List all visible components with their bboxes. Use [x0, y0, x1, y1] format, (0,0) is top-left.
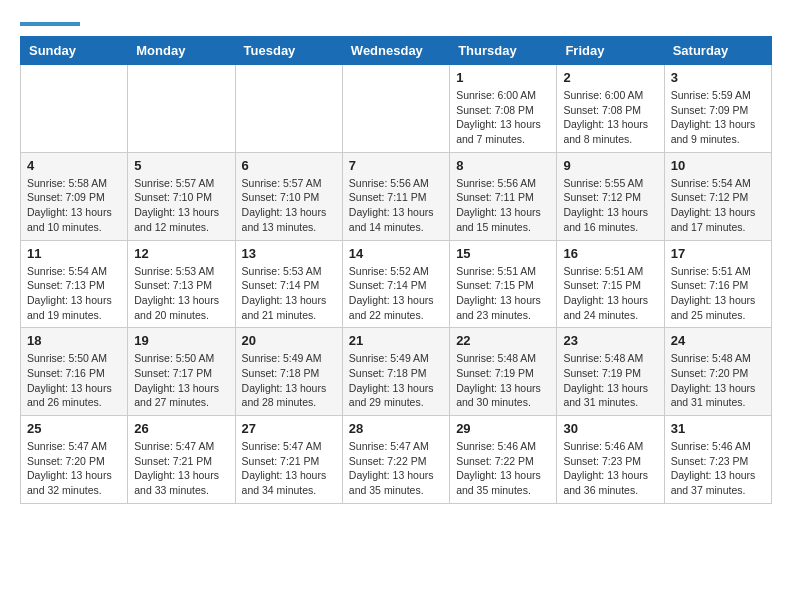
day-number: 29 [456, 421, 550, 436]
day-info: Sunrise: 5:51 AM Sunset: 7:15 PM Dayligh… [456, 264, 550, 323]
day-info: Sunrise: 5:53 AM Sunset: 7:13 PM Dayligh… [134, 264, 228, 323]
day-info: Sunrise: 5:48 AM Sunset: 7:19 PM Dayligh… [563, 351, 657, 410]
day-number: 18 [27, 333, 121, 348]
calendar-day-1: 1Sunrise: 6:00 AM Sunset: 7:08 PM Daylig… [450, 65, 557, 153]
day-info: Sunrise: 5:47 AM Sunset: 7:22 PM Dayligh… [349, 439, 443, 498]
calendar-day-25: 25Sunrise: 5:47 AM Sunset: 7:20 PM Dayli… [21, 416, 128, 504]
day-info: Sunrise: 6:00 AM Sunset: 7:08 PM Dayligh… [456, 88, 550, 147]
weekday-header-saturday: Saturday [664, 37, 771, 65]
day-number: 20 [242, 333, 336, 348]
calendar-week-row: 11Sunrise: 5:54 AM Sunset: 7:13 PM Dayli… [21, 240, 772, 328]
day-info: Sunrise: 5:59 AM Sunset: 7:09 PM Dayligh… [671, 88, 765, 147]
calendar-day-2: 2Sunrise: 6:00 AM Sunset: 7:08 PM Daylig… [557, 65, 664, 153]
calendar-day-9: 9Sunrise: 5:55 AM Sunset: 7:12 PM Daylig… [557, 152, 664, 240]
day-number: 22 [456, 333, 550, 348]
day-info: Sunrise: 5:53 AM Sunset: 7:14 PM Dayligh… [242, 264, 336, 323]
weekday-header-row: SundayMondayTuesdayWednesdayThursdayFrid… [21, 37, 772, 65]
day-number: 7 [349, 158, 443, 173]
day-info: Sunrise: 5:56 AM Sunset: 7:11 PM Dayligh… [349, 176, 443, 235]
day-info: Sunrise: 5:54 AM Sunset: 7:12 PM Dayligh… [671, 176, 765, 235]
day-info: Sunrise: 5:48 AM Sunset: 7:20 PM Dayligh… [671, 351, 765, 410]
calendar-day-5: 5Sunrise: 5:57 AM Sunset: 7:10 PM Daylig… [128, 152, 235, 240]
calendar-day-10: 10Sunrise: 5:54 AM Sunset: 7:12 PM Dayli… [664, 152, 771, 240]
day-info: Sunrise: 6:00 AM Sunset: 7:08 PM Dayligh… [563, 88, 657, 147]
day-info: Sunrise: 5:57 AM Sunset: 7:10 PM Dayligh… [242, 176, 336, 235]
day-number: 31 [671, 421, 765, 436]
calendar-empty-cell [21, 65, 128, 153]
day-info: Sunrise: 5:50 AM Sunset: 7:17 PM Dayligh… [134, 351, 228, 410]
calendar-day-16: 16Sunrise: 5:51 AM Sunset: 7:15 PM Dayli… [557, 240, 664, 328]
calendar-day-30: 30Sunrise: 5:46 AM Sunset: 7:23 PM Dayli… [557, 416, 664, 504]
day-number: 25 [27, 421, 121, 436]
calendar-day-7: 7Sunrise: 5:56 AM Sunset: 7:11 PM Daylig… [342, 152, 449, 240]
weekday-header-wednesday: Wednesday [342, 37, 449, 65]
calendar-day-3: 3Sunrise: 5:59 AM Sunset: 7:09 PM Daylig… [664, 65, 771, 153]
day-info: Sunrise: 5:51 AM Sunset: 7:16 PM Dayligh… [671, 264, 765, 323]
day-info: Sunrise: 5:56 AM Sunset: 7:11 PM Dayligh… [456, 176, 550, 235]
logo [20, 20, 80, 26]
day-info: Sunrise: 5:54 AM Sunset: 7:13 PM Dayligh… [27, 264, 121, 323]
calendar-day-11: 11Sunrise: 5:54 AM Sunset: 7:13 PM Dayli… [21, 240, 128, 328]
day-number: 9 [563, 158, 657, 173]
calendar-table: SundayMondayTuesdayWednesdayThursdayFrid… [20, 36, 772, 504]
day-number: 13 [242, 246, 336, 261]
weekday-header-monday: Monday [128, 37, 235, 65]
calendar-day-17: 17Sunrise: 5:51 AM Sunset: 7:16 PM Dayli… [664, 240, 771, 328]
calendar-day-20: 20Sunrise: 5:49 AM Sunset: 7:18 PM Dayli… [235, 328, 342, 416]
day-info: Sunrise: 5:51 AM Sunset: 7:15 PM Dayligh… [563, 264, 657, 323]
weekday-header-tuesday: Tuesday [235, 37, 342, 65]
day-number: 17 [671, 246, 765, 261]
day-info: Sunrise: 5:57 AM Sunset: 7:10 PM Dayligh… [134, 176, 228, 235]
day-number: 28 [349, 421, 443, 436]
day-info: Sunrise: 5:46 AM Sunset: 7:23 PM Dayligh… [671, 439, 765, 498]
calendar-day-8: 8Sunrise: 5:56 AM Sunset: 7:11 PM Daylig… [450, 152, 557, 240]
calendar-day-28: 28Sunrise: 5:47 AM Sunset: 7:22 PM Dayli… [342, 416, 449, 504]
day-info: Sunrise: 5:46 AM Sunset: 7:23 PM Dayligh… [563, 439, 657, 498]
day-number: 19 [134, 333, 228, 348]
calendar-day-31: 31Sunrise: 5:46 AM Sunset: 7:23 PM Dayli… [664, 416, 771, 504]
calendar-day-26: 26Sunrise: 5:47 AM Sunset: 7:21 PM Dayli… [128, 416, 235, 504]
day-number: 26 [134, 421, 228, 436]
day-number: 11 [27, 246, 121, 261]
logo-bar [20, 22, 80, 26]
day-number: 3 [671, 70, 765, 85]
day-number: 24 [671, 333, 765, 348]
weekday-header-sunday: Sunday [21, 37, 128, 65]
calendar-day-4: 4Sunrise: 5:58 AM Sunset: 7:09 PM Daylig… [21, 152, 128, 240]
weekday-header-friday: Friday [557, 37, 664, 65]
day-number: 15 [456, 246, 550, 261]
day-number: 27 [242, 421, 336, 436]
day-info: Sunrise: 5:47 AM Sunset: 7:21 PM Dayligh… [134, 439, 228, 498]
day-info: Sunrise: 5:46 AM Sunset: 7:22 PM Dayligh… [456, 439, 550, 498]
calendar-day-22: 22Sunrise: 5:48 AM Sunset: 7:19 PM Dayli… [450, 328, 557, 416]
day-number: 2 [563, 70, 657, 85]
weekday-header-thursday: Thursday [450, 37, 557, 65]
day-info: Sunrise: 5:50 AM Sunset: 7:16 PM Dayligh… [27, 351, 121, 410]
calendar-day-6: 6Sunrise: 5:57 AM Sunset: 7:10 PM Daylig… [235, 152, 342, 240]
calendar-day-29: 29Sunrise: 5:46 AM Sunset: 7:22 PM Dayli… [450, 416, 557, 504]
day-info: Sunrise: 5:49 AM Sunset: 7:18 PM Dayligh… [242, 351, 336, 410]
calendar-week-row: 4Sunrise: 5:58 AM Sunset: 7:09 PM Daylig… [21, 152, 772, 240]
day-number: 23 [563, 333, 657, 348]
calendar-day-24: 24Sunrise: 5:48 AM Sunset: 7:20 PM Dayli… [664, 328, 771, 416]
calendar-day-23: 23Sunrise: 5:48 AM Sunset: 7:19 PM Dayli… [557, 328, 664, 416]
day-number: 16 [563, 246, 657, 261]
calendar-week-row: 1Sunrise: 6:00 AM Sunset: 7:08 PM Daylig… [21, 65, 772, 153]
day-info: Sunrise: 5:55 AM Sunset: 7:12 PM Dayligh… [563, 176, 657, 235]
day-number: 5 [134, 158, 228, 173]
calendar-day-12: 12Sunrise: 5:53 AM Sunset: 7:13 PM Dayli… [128, 240, 235, 328]
day-number: 14 [349, 246, 443, 261]
day-info: Sunrise: 5:47 AM Sunset: 7:21 PM Dayligh… [242, 439, 336, 498]
day-info: Sunrise: 5:58 AM Sunset: 7:09 PM Dayligh… [27, 176, 121, 235]
calendar-empty-cell [342, 65, 449, 153]
day-number: 6 [242, 158, 336, 173]
page-header [20, 20, 772, 26]
calendar-empty-cell [235, 65, 342, 153]
calendar-day-18: 18Sunrise: 5:50 AM Sunset: 7:16 PM Dayli… [21, 328, 128, 416]
calendar-week-row: 18Sunrise: 5:50 AM Sunset: 7:16 PM Dayli… [21, 328, 772, 416]
day-number: 8 [456, 158, 550, 173]
day-number: 21 [349, 333, 443, 348]
calendar-day-21: 21Sunrise: 5:49 AM Sunset: 7:18 PM Dayli… [342, 328, 449, 416]
day-info: Sunrise: 5:49 AM Sunset: 7:18 PM Dayligh… [349, 351, 443, 410]
day-number: 12 [134, 246, 228, 261]
